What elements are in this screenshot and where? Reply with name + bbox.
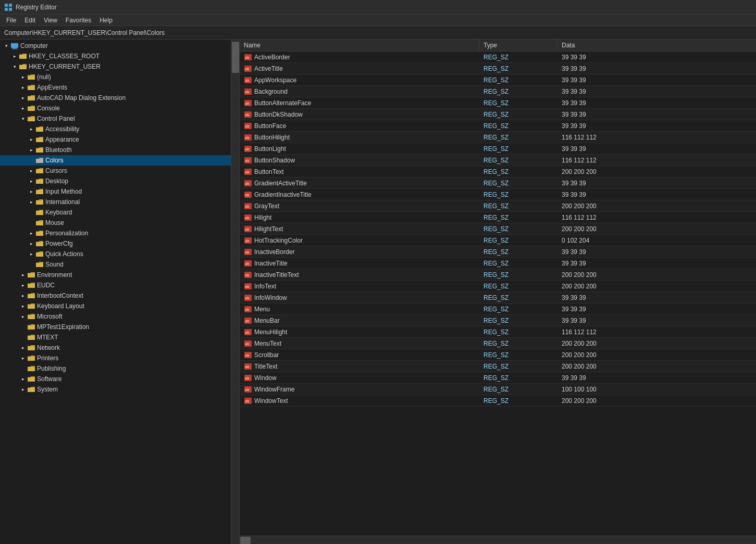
tree-item-network[interactable]: ▸ Network <box>0 343 231 353</box>
tree-expand-software[interactable]: ▸ <box>19 375 27 383</box>
tree-expand-interbootcontext[interactable]: ▸ <box>19 292 27 300</box>
tree-item-environment[interactable]: ▸ Environment <box>0 270 231 280</box>
table-row[interactable]: ab HotTrackingColorREG_SZ0 102 204 <box>240 235 756 246</box>
table-row[interactable]: ab HilightREG_SZ116 112 112 <box>240 212 756 223</box>
tree-expand-mptest1expiration[interactable] <box>19 323 27 331</box>
tree-item-bluetooth[interactable]: ▸ Bluetooth <box>0 145 231 155</box>
tree-item-colors[interactable]: Colors <box>0 155 231 166</box>
bottom-scroll-thumb[interactable] <box>240 537 251 544</box>
bottom-scrollbar[interactable] <box>240 536 756 544</box>
tree-scroll-thumb[interactable] <box>232 42 239 73</box>
tree-item-quickactions[interactable]: ▸ Quick Actions <box>0 249 231 259</box>
tree-item-mtext[interactable]: MTEXT <box>0 332 231 343</box>
tree-item-sound[interactable]: Sound <box>0 259 231 270</box>
tree-expand-controlpanel[interactable]: ▾ <box>19 115 27 123</box>
col-name[interactable]: Name <box>240 40 479 51</box>
tree-item-keyboardlayout[interactable]: ▸ Keyboard Layout <box>0 301 231 311</box>
table-row[interactable]: ab ButtonHilightREG_SZ116 112 112 <box>240 132 756 143</box>
table-row[interactable]: ab InactiveTitleREG_SZ39 39 39 <box>240 258 756 269</box>
col-type[interactable]: Type <box>479 40 557 51</box>
table-row[interactable]: ab GradientInactiveTitleREG_SZ39 39 39 <box>240 189 756 200</box>
tree-panel[interactable]: ▾ Computer▸ HKEY_CLASSES_ROOT▾ HKEY_CURR… <box>0 40 240 544</box>
table-row[interactable]: ab MenuREG_SZ39 39 39 <box>240 303 756 315</box>
menu-file[interactable]: File <box>2 16 20 25</box>
tree-expand-cursors[interactable]: ▸ <box>27 167 35 175</box>
tree-item-powercfg[interactable]: ▸ PowerCfg <box>0 238 231 249</box>
table-row[interactable]: ab MenuBarREG_SZ39 39 39 <box>240 315 756 326</box>
table-row[interactable]: ab InactiveTitleTextREG_SZ200 200 200 <box>240 269 756 281</box>
table-row[interactable]: ab HilightTextREG_SZ200 200 200 <box>240 223 756 235</box>
tree-item-hkcu[interactable]: ▾ HKEY_CURRENT_USER <box>0 61 231 72</box>
menu-help[interactable]: Help <box>95 16 117 25</box>
tree-item-mouse[interactable]: Mouse <box>0 218 231 228</box>
menu-favorites[interactable]: Favorites <box>61 16 95 25</box>
tree-item-appearance[interactable]: ▸ Appearance <box>0 134 231 145</box>
tree-item-hkcr[interactable]: ▸ HKEY_CLASSES_ROOT <box>0 51 231 61</box>
table-row[interactable]: ab ActiveBorderREG_SZ39 39 39 <box>240 52 756 63</box>
table-row[interactable]: ab ButtonAlternateFaceREG_SZ39 39 39 <box>240 97 756 109</box>
tree-expand-hkcu[interactable]: ▾ <box>10 62 19 71</box>
tree-expand-accessibility[interactable]: ▸ <box>27 125 35 133</box>
tree-expand-keyboard[interactable] <box>27 208 35 217</box>
table-row[interactable]: ab MenuHilightREG_SZ116 112 112 <box>240 326 756 338</box>
table-row[interactable]: ab GradientActiveTitleREG_SZ39 39 39 <box>240 178 756 189</box>
tree-scrollbar[interactable] <box>231 40 239 544</box>
tree-expand-appearance[interactable]: ▸ <box>27 135 35 144</box>
tree-item-microsoft[interactable]: ▸ Microsoft <box>0 311 231 322</box>
tree-item-keyboard[interactable]: Keyboard <box>0 207 231 218</box>
tree-item-system[interactable]: ▸ System <box>0 384 231 395</box>
tree-item-eudc[interactable]: ▸ EUDC <box>0 280 231 290</box>
table-row[interactable]: ab MenuTextREG_SZ200 200 200 <box>240 338 756 349</box>
table-row[interactable]: ab WindowREG_SZ39 39 39 <box>240 372 756 384</box>
tree-expand-publishing[interactable] <box>19 364 27 373</box>
tree-item-console[interactable]: ▸ Console <box>0 103 231 113</box>
col-data[interactable]: Data <box>557 40 756 51</box>
table-row[interactable]: ab AppWorkspaceREG_SZ39 39 39 <box>240 74 756 86</box>
tree-item-publishing[interactable]: Publishing <box>0 363 231 374</box>
tree-item-computer[interactable]: ▾ Computer <box>0 41 231 51</box>
tree-item-null[interactable]: ▸ (null) <box>0 72 231 82</box>
tree-expand-appevents[interactable]: ▸ <box>19 83 27 92</box>
tree-expand-desktop[interactable]: ▸ <box>27 177 35 185</box>
table-row[interactable]: ab ButtonDkShadowREG_SZ39 39 39 <box>240 109 756 120</box>
table-row[interactable]: ab WindowTextREG_SZ200 200 200 <box>240 395 756 407</box>
tree-item-cursors[interactable]: ▸ Cursors <box>0 166 231 176</box>
table-row[interactable]: ab WindowFrameREG_SZ100 100 100 <box>240 384 756 395</box>
table-row[interactable]: ab GrayTextREG_SZ200 200 200 <box>240 200 756 212</box>
tree-expand-hkcr[interactable]: ▸ <box>10 52 19 60</box>
table-row[interactable]: ab InfoTextREG_SZ200 200 200 <box>240 281 756 292</box>
tree-expand-colors[interactable] <box>27 156 35 165</box>
tree-expand-system[interactable]: ▸ <box>19 385 27 394</box>
table-row[interactable]: ab ButtonLightREG_SZ39 39 39 <box>240 143 756 155</box>
table-row[interactable]: ab BackgroundREG_SZ39 39 39 <box>240 86 756 97</box>
tree-item-mptest1expiration[interactable]: MPTest1Expiration <box>0 322 231 332</box>
tree-expand-eudc[interactable]: ▸ <box>19 281 27 289</box>
tree-expand-keyboardlayout[interactable]: ▸ <box>19 302 27 310</box>
tree-expand-quickactions[interactable]: ▸ <box>27 250 35 258</box>
table-row[interactable]: ab ButtonShadowREG_SZ116 112 112 <box>240 155 756 166</box>
tree-item-printers[interactable]: ▸ Printers <box>0 353 231 363</box>
tree-expand-network[interactable]: ▸ <box>19 344 27 352</box>
tree-expand-mtext[interactable] <box>19 333 27 341</box>
tree-expand-microsoft[interactable]: ▸ <box>19 312 27 321</box>
tree-expand-autocad[interactable]: ▸ <box>19 94 27 102</box>
tree-item-international[interactable]: ▸ International <box>0 197 231 207</box>
tree-expand-null[interactable]: ▸ <box>19 73 27 81</box>
tree-item-accessibility[interactable]: ▸ Accessibility <box>0 124 231 134</box>
table-row[interactable]: ab ButtonTextREG_SZ200 200 200 <box>240 166 756 178</box>
tree-expand-personalization[interactable]: ▸ <box>27 229 35 237</box>
tree-expand-computer[interactable]: ▾ <box>2 42 10 50</box>
tree-expand-mouse[interactable] <box>27 219 35 227</box>
tree-expand-powercfg[interactable]: ▸ <box>27 239 35 248</box>
menu-edit[interactable]: Edit <box>20 16 40 25</box>
tree-item-inputmethod[interactable]: ▸ Input Method <box>0 186 231 197</box>
tree-item-controlpanel[interactable]: ▾ Control Panel <box>0 113 231 124</box>
tree-item-software[interactable]: ▸ Software <box>0 374 231 384</box>
tree-item-desktop[interactable]: ▸ Desktop <box>0 176 231 186</box>
tree-expand-sound[interactable] <box>27 260 35 269</box>
tree-item-appevents[interactable]: ▸ AppEvents <box>0 82 231 93</box>
table-row[interactable]: ab ButtonFaceREG_SZ39 39 39 <box>240 120 756 132</box>
tree-expand-bluetooth[interactable]: ▸ <box>27 146 35 154</box>
tree-expand-console[interactable]: ▸ <box>19 104 27 112</box>
table-row[interactable]: ab InfoWindowREG_SZ39 39 39 <box>240 292 756 303</box>
